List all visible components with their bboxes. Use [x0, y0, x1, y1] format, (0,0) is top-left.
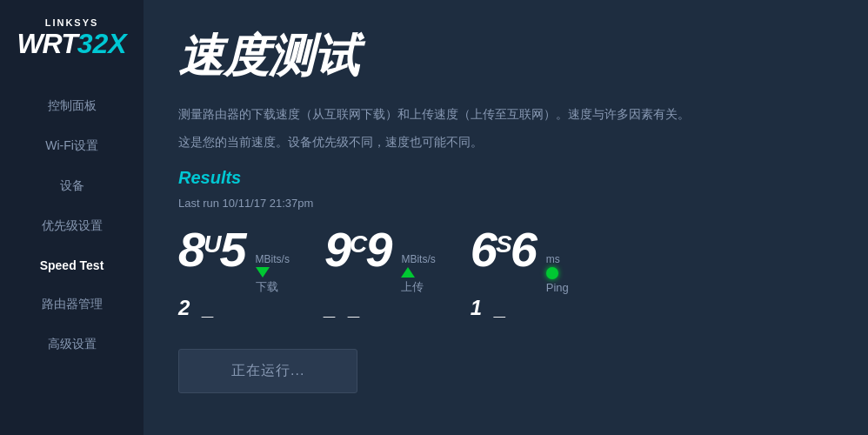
- upload-metric: 9C9 _ _ MBits/s 上传: [324, 225, 436, 323]
- run-speed-test-button[interactable]: 正在运行...: [178, 349, 357, 393]
- ping-info: ms Ping: [546, 253, 569, 294]
- upload-info: MBits/s 上传: [401, 253, 435, 295]
- upload-unit: MBits/s: [401, 253, 435, 265]
- sidebar-item-devices[interactable]: 设备: [0, 166, 144, 206]
- logo-wrt: WRT 32X: [17, 28, 126, 60]
- sidebar-item-dashboard[interactable]: 控制面板: [0, 86, 144, 126]
- download-arrow-icon: [256, 267, 270, 278]
- sidebar-item-router-admin[interactable]: 路由器管理: [0, 284, 144, 325]
- download-value: 8U5 2 _: [178, 225, 245, 323]
- sidebar: LINKSYS WRT 32X 控制面板 Wi-Fi设置 设备 优先级设置 Sp…: [0, 0, 144, 435]
- sidebar-item-advanced[interactable]: 高级设置: [0, 325, 144, 365]
- logo-area: LINKSYS WRT 32X: [17, 17, 126, 60]
- download-metric: 8U5 2 _ MBits/s 下载: [178, 225, 290, 323]
- ping-unit: ms: [546, 253, 560, 265]
- description-2: 这是您的当前速度。设备优先级不同，速度也可能不同。: [178, 132, 833, 151]
- page-title: 速度测试: [178, 26, 833, 87]
- sidebar-item-speedtest[interactable]: Speed Test: [0, 246, 144, 284]
- download-label: 下载: [256, 279, 278, 295]
- sidebar-item-priority[interactable]: 优先级设置: [0, 206, 144, 246]
- ping-label: Ping: [546, 281, 569, 294]
- download-info: MBits/s 下载: [256, 253, 290, 295]
- ping-dot-icon: [546, 267, 558, 279]
- ping-metric: 6S6 1 _ ms Ping: [471, 225, 569, 323]
- sidebar-item-wifi[interactable]: Wi-Fi设置: [0, 126, 144, 166]
- ping-value: 6S6 1 _: [471, 225, 536, 323]
- main-content: 速度测试 测量路由器的下载速度（从互联网下载）和上传速度（上传至互联网）。速度与…: [144, 0, 868, 435]
- logo-linksys: LINKSYS: [17, 17, 126, 28]
- download-unit: MBits/s: [256, 253, 290, 265]
- results-label: Results: [178, 168, 833, 188]
- upload-value: 9C9 _ _: [324, 225, 391, 323]
- last-run-info: Last run 10/11/17 21:37pm: [178, 197, 833, 210]
- metrics-row: 8U5 2 _ MBits/s 下载 9C9 _ _ MBits/s 上传: [178, 225, 833, 323]
- logo-model-suffix: 32X: [77, 28, 127, 60]
- upload-label: 上传: [401, 279, 424, 295]
- logo-wrt-text: WRT: [17, 28, 77, 60]
- description-1: 测量路由器的下载速度（从互联网下载）和上传速度（上传至互联网）。速度与许多因素有…: [178, 104, 833, 124]
- upload-arrow-icon: [401, 267, 415, 278]
